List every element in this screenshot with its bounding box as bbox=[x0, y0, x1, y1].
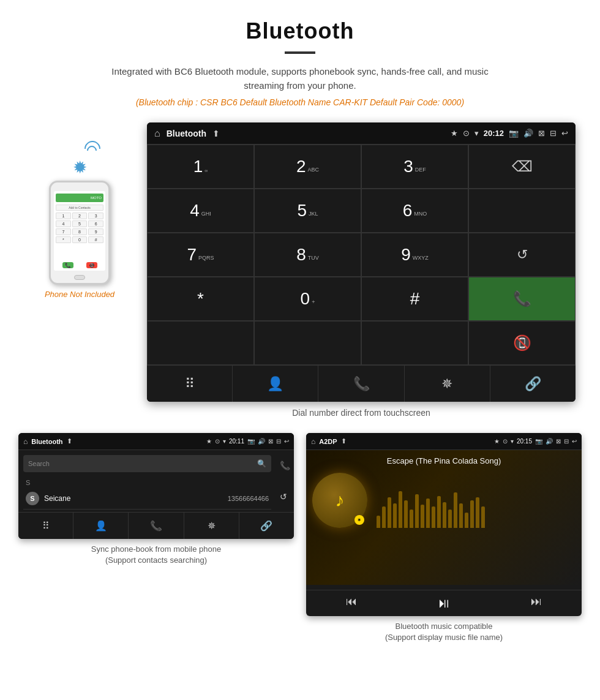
dial-cell-refresh[interactable]: ↺ bbox=[468, 233, 576, 277]
home-icon[interactable]: ⌂ bbox=[154, 128, 160, 139]
nav-link[interactable]: 🔗 bbox=[490, 366, 576, 402]
pb-side-refresh-icon[interactable]: ↺ bbox=[280, 492, 290, 502]
next-track-button[interactable]: ⏭ bbox=[531, 595, 542, 611]
phone-key-hash[interactable]: # bbox=[88, 236, 103, 243]
phone-mockup: MOTO Add to Contacts 1 2 3 4 5 6 7 8 9 *… bbox=[49, 181, 110, 285]
nav-bluetooth[interactable]: ✵ bbox=[405, 366, 490, 402]
ms-mute-icon: ⊠ bbox=[556, 438, 561, 445]
pb-vol-icon[interactable]: 🔊 bbox=[258, 438, 265, 445]
dial-key-7[interactable]: 7PQRS bbox=[147, 233, 254, 277]
phone-key-0[interactable]: 0 bbox=[72, 236, 88, 243]
pb-back-icon[interactable]: ↩ bbox=[284, 438, 289, 445]
phone-end-button[interactable]: 📵 bbox=[86, 262, 97, 268]
dial-cell-empty-2 bbox=[468, 189, 576, 233]
phonebook-search-bar[interactable]: Search 🔍 bbox=[23, 455, 271, 472]
bluetooth-specs: (Bluetooth chip : CSR BC6 Default Blueto… bbox=[12, 97, 588, 107]
nav-contacts[interactable]: 👤 bbox=[233, 366, 318, 402]
phone-key-1[interactable]: 1 bbox=[56, 213, 71, 219]
prev-track-button[interactable]: ⏮ bbox=[346, 595, 357, 611]
bt-badge: ✶ bbox=[354, 515, 364, 525]
pb-wifi-icon: ▾ bbox=[223, 438, 226, 445]
dial-end-button[interactable]: 📵 bbox=[468, 321, 576, 365]
pb-list-item[interactable]: S Seicane 13566664466 bbox=[23, 488, 271, 510]
contact-name: Seicane bbox=[44, 494, 228, 503]
pb-side-call-icon[interactable]: 📞 bbox=[280, 461, 290, 470]
phone-key-8[interactable]: 8 bbox=[72, 228, 88, 235]
eq-bar bbox=[404, 500, 408, 528]
play-pause-button[interactable]: ⏯ bbox=[437, 595, 451, 611]
dial-key-6[interactable]: 6MNO bbox=[361, 189, 468, 233]
pb-nav-phone[interactable]: 📞 bbox=[129, 513, 184, 539]
phonebook-caption: Sync phone-book from mobile phone (Suppo… bbox=[18, 544, 294, 566]
ms-cam-icon[interactable]: 📷 bbox=[535, 438, 542, 445]
signal-arc-outer bbox=[81, 138, 104, 160]
search-icon[interactable]: 🔍 bbox=[257, 459, 266, 468]
phone-key-2[interactable]: 2 bbox=[72, 213, 88, 219]
eq-bar bbox=[415, 494, 419, 528]
nav-phone[interactable]: 📞 bbox=[318, 366, 404, 402]
dial-key-4[interactable]: 4GHI bbox=[147, 189, 254, 233]
back-icon[interactable]: ↩ bbox=[561, 129, 568, 138]
ms-back-icon[interactable]: ↩ bbox=[572, 438, 577, 445]
phone-not-included-label: Phone Not Included bbox=[45, 290, 114, 299]
eq-bar bbox=[410, 510, 413, 528]
status-bar-title: Bluetooth bbox=[167, 129, 206, 138]
phone-key-3[interactable]: 3 bbox=[88, 213, 103, 219]
phone-call-button[interactable]: 📞 bbox=[62, 262, 73, 268]
phone-key-7[interactable]: 7 bbox=[56, 228, 71, 235]
phone-home-button[interactable] bbox=[74, 275, 85, 280]
pb-bt-icon: ★ bbox=[206, 438, 212, 445]
dial-key-1[interactable]: 1∞ bbox=[147, 145, 254, 189]
backspace-icon[interactable]: ⌫ bbox=[512, 158, 533, 175]
dial-key-hash[interactable]: # bbox=[361, 277, 468, 321]
ms-home-icon[interactable]: ⌂ bbox=[311, 437, 315, 446]
music-controls: ⏮ ⏯ ⏭ bbox=[306, 590, 582, 616]
volume-icon[interactable]: 🔊 bbox=[523, 129, 533, 138]
status-time: 20:12 bbox=[484, 129, 504, 138]
title-divider bbox=[285, 51, 315, 54]
phone-key-4[interactable]: 4 bbox=[56, 220, 71, 227]
camera-icon[interactable]: 📷 bbox=[509, 129, 519, 138]
music-caption: Bluetooth music compatible (Support disp… bbox=[306, 621, 582, 643]
usb-icon: ⬆ bbox=[212, 129, 220, 138]
ms-bt-icon: ★ bbox=[494, 438, 500, 445]
phonebook-panel: ⌂ Bluetooth ⬆ ★ ⊙ ▾ 20:11 📷 🔊 ⊠ ⊟ ↩ bbox=[18, 433, 294, 643]
dial-key-9[interactable]: 9WXYZ bbox=[361, 233, 468, 277]
eq-bar bbox=[437, 496, 441, 528]
eq-bar bbox=[448, 510, 452, 528]
dial-cell-empty-1: ⌫ bbox=[468, 145, 576, 189]
eq-bar bbox=[470, 500, 474, 528]
pb-nav-link[interactable]: 🔗 bbox=[239, 513, 294, 539]
dial-key-star[interactable]: * bbox=[147, 277, 254, 321]
phone-key-6[interactable]: 6 bbox=[88, 220, 103, 227]
dial-key-5[interactable]: 5JKL bbox=[254, 189, 361, 233]
dial-row5-empty1 bbox=[147, 321, 254, 365]
phone-key-5[interactable]: 5 bbox=[72, 220, 88, 227]
ms-win-icon: ⊟ bbox=[564, 438, 569, 445]
pb-usb-icon: ⬆ bbox=[67, 437, 72, 445]
phone-area: ✹ MOTO Add to Contacts 1 2 3 4 5 6 7 8 9 bbox=[24, 122, 135, 299]
pb-time: 20:11 bbox=[229, 438, 244, 445]
pb-nav-dialpad[interactable]: ⠿ bbox=[18, 513, 73, 539]
music-panel: ⌂ A2DP ⬆ ★ ⊙ ▾ 20:15 📷 🔊 ⊠ ⊟ ↩ Escape ( bbox=[306, 433, 582, 643]
dial-key-0[interactable]: 0+ bbox=[254, 277, 361, 321]
search-placeholder: Search bbox=[28, 460, 257, 467]
page-header: Bluetooth Integrated with BC6 Bluetooth … bbox=[0, 0, 600, 116]
phone-add-contacts: Add to Contacts bbox=[56, 205, 103, 211]
phone-keypad: 1 2 3 4 5 6 7 8 9 * 0 # bbox=[56, 213, 103, 243]
pb-nav-contacts[interactable]: 👤 bbox=[73, 513, 129, 539]
dial-key-8[interactable]: 8TUV bbox=[254, 233, 361, 277]
refresh-icon[interactable]: ↺ bbox=[517, 247, 528, 263]
pb-home-icon[interactable]: ⌂ bbox=[23, 437, 28, 446]
eq-bar bbox=[382, 506, 386, 528]
phone-key-star[interactable]: * bbox=[56, 236, 71, 243]
dial-key-2[interactable]: 2ABC bbox=[254, 145, 361, 189]
nav-dialpad[interactable]: ⠿ bbox=[147, 366, 233, 402]
dial-call-button[interactable]: 📞 bbox=[468, 277, 576, 321]
phone-carrier-text: MOTO bbox=[91, 196, 102, 200]
pb-cam-icon[interactable]: 📷 bbox=[247, 438, 255, 445]
dial-key-3[interactable]: 3DEF bbox=[361, 145, 468, 189]
pb-nav-bluetooth[interactable]: ✵ bbox=[184, 513, 239, 539]
ms-vol-icon[interactable]: 🔊 bbox=[546, 438, 553, 445]
phone-key-9[interactable]: 9 bbox=[88, 228, 103, 235]
